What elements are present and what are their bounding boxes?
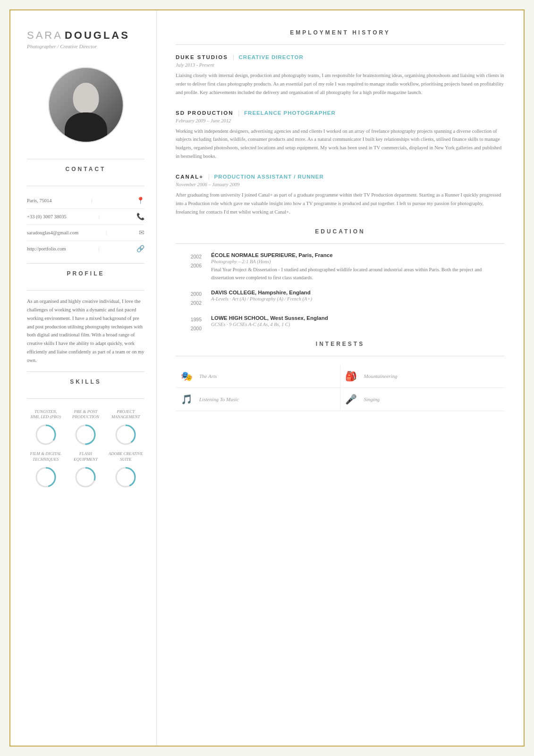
education-item: 19952000 LOWE HIGH SCHOOL, West Sussex, … xyxy=(176,315,505,333)
skill-chart xyxy=(74,423,97,447)
first-name: SARA xyxy=(27,29,63,41)
skill-chart xyxy=(114,465,137,489)
interest-name: Listening To Music xyxy=(199,396,239,402)
separator: | xyxy=(99,214,100,219)
interest-item: 🎤 Singing xyxy=(340,388,505,411)
skill-item: TUNGSTEN,HMI, LED (PRO) xyxy=(27,409,65,447)
edu-content: LOWE HIGH SCHOOL, West Sussex, England G… xyxy=(211,315,505,333)
job-dates: July 2013 - Present xyxy=(176,62,505,68)
edu-years: 19952000 xyxy=(176,315,202,333)
interest-item: 🎭 The Arts xyxy=(176,365,340,388)
job-dates: February 2009 – June 2012 xyxy=(176,118,505,123)
contact-email: saradouglas4@gmail.com | ✉ xyxy=(27,225,144,241)
skill-name: ADOBE CREATIVESUITE xyxy=(109,451,143,462)
link-icon: 🔗 xyxy=(136,245,144,253)
divider xyxy=(27,263,144,264)
job-company: SD PRODUCTION xyxy=(176,110,233,116)
skill-item: FILM & DIGITALTECHNIQUES xyxy=(27,451,65,489)
contact-website: http://portfolio.com | 🔗 xyxy=(27,241,144,257)
education-item: 20022006 ÉCOLE NORMALE SUPERIEURE, Paris… xyxy=(176,252,505,282)
profile-text: As an organised and highly creative indi… xyxy=(27,297,144,365)
mountaineering-icon: 🎒 xyxy=(344,370,358,382)
job-dates: November 2006 – January 2009 xyxy=(176,182,505,187)
profile-section-title: PROFILE xyxy=(67,270,104,277)
last-name: DOUGLAS xyxy=(65,29,130,41)
skills-section-title: SKILLS xyxy=(70,378,102,385)
job-title: PRODUCTION ASSISTANT / RUNNER xyxy=(214,174,324,180)
photo-placeholder xyxy=(49,68,123,142)
resume-page: SARA DOUGLAS Photographer / Creative Dir… xyxy=(9,9,525,747)
interests-section-title: INTERESTS xyxy=(176,341,505,347)
skills-grid: TUNGSTEN,HMI, LED (PRO) PRE & POSTPRODUC… xyxy=(27,409,144,489)
edu-degree: GCSEs · 9 GCSEs A-C (4 As, 4 Bs, 1 C) xyxy=(211,322,505,327)
contact-section-title: CONTACT xyxy=(66,166,106,172)
divider xyxy=(27,371,144,372)
separator: | xyxy=(208,173,210,180)
education-item: 20002002 DAVIS COLLEGE, Hampshire, Engla… xyxy=(176,290,505,308)
skill-item: PRE & POSTPRODUCTION xyxy=(67,409,105,447)
edu-content: DAVIS COLLEGE, Hampshire, England A-Leve… xyxy=(211,290,505,308)
skill-name: FILM & DIGITALTECHNIQUES xyxy=(30,451,61,462)
interest-name: Singing xyxy=(364,396,380,402)
divider xyxy=(27,398,144,399)
edu-school: DAVIS COLLEGE, Hampshire, England xyxy=(211,290,505,295)
education-section-title: EDUCATION xyxy=(176,228,505,235)
divider xyxy=(176,356,505,356)
contact-phone: +33 (0) 3007 38035 | 📞 xyxy=(27,209,144,225)
job-title: FREELANCE PHOTOGRAPHER xyxy=(244,110,336,116)
job-header: SD PRODUCTION | FREELANCE PHOTOGRAPHER xyxy=(176,109,505,117)
interest-item: 🎒 Mountaineering xyxy=(340,365,505,388)
edu-school: ÉCOLE NORMALE SUPERIEURE, Paris, France xyxy=(211,252,505,258)
skill-chart xyxy=(34,465,58,489)
music-icon: 🎵 xyxy=(179,394,194,405)
skill-item: FLASHEQUIPMENT xyxy=(67,451,105,489)
edu-years: 20022006 xyxy=(176,252,202,282)
job-block: CANAL+ | PRODUCTION ASSISTANT / RUNNER N… xyxy=(176,173,505,216)
separator: | xyxy=(98,246,99,251)
right-column: EMPLOYMENT HISTORY DUKE STUDIOS | CREATI… xyxy=(157,10,524,746)
skill-chart xyxy=(34,423,58,447)
skill-name: PRE & POSTPRODUCTION xyxy=(72,409,99,420)
job-description: After graduating from university I joine… xyxy=(176,191,505,216)
job-description: Working with independent designers, adve… xyxy=(176,127,505,161)
contact-address: Paris, 75014 | 📍 xyxy=(27,193,144,209)
edu-years: 20002002 xyxy=(176,290,202,308)
contact-email-text: saradouglas4@gmail.com xyxy=(27,230,78,235)
skill-name: PROJECTMANAGEMENT xyxy=(111,409,140,420)
name-block: SARA DOUGLAS Photographer / Creative Dir… xyxy=(27,29,144,49)
separator: | xyxy=(106,230,107,235)
edu-degree: Photography – 2:1 BA (Hons) xyxy=(211,259,505,264)
divider xyxy=(176,44,505,45)
email-icon: ✉ xyxy=(139,229,144,237)
job-company: DUKE STUDIOS xyxy=(176,54,228,60)
profile-photo xyxy=(48,67,124,143)
contact-list: Paris, 75014 | 📍 +33 (0) 3007 38035 | 📞 … xyxy=(27,193,144,257)
phone-icon: 📞 xyxy=(136,213,144,221)
separator: | xyxy=(91,198,92,203)
skill-name: FLASHEQUIPMENT xyxy=(74,451,98,462)
skill-name: TUNGSTEN,HMI, LED (PRO) xyxy=(31,409,61,420)
interest-item: 🎵 Listening To Music xyxy=(176,388,340,411)
job-title: Photographer / Creative Director xyxy=(27,43,144,49)
name-line: SARA DOUGLAS xyxy=(27,29,144,42)
interests-grid: 🎭 The Arts 🎒 Mountaineering 🎵 Listening … xyxy=(176,365,505,411)
contact-website-text: http://portfolio.com xyxy=(27,246,66,251)
job-title: CREATIVE DIRECTOR xyxy=(239,54,304,60)
job-header: CANAL+ | PRODUCTION ASSISTANT / RUNNER xyxy=(176,173,505,180)
skill-chart xyxy=(74,465,97,489)
employment-section-title: EMPLOYMENT HISTORY xyxy=(176,29,505,36)
arts-icon: 🎭 xyxy=(179,370,194,382)
job-header: DUKE STUDIOS | CREATIVE DIRECTOR xyxy=(176,53,505,61)
skill-item: ADOBE CREATIVESUITE xyxy=(107,451,144,489)
left-column: SARA DOUGLAS Photographer / Creative Dir… xyxy=(10,10,157,746)
contact-address-text: Paris, 75014 xyxy=(27,198,52,203)
location-icon: 📍 xyxy=(136,197,144,205)
divider xyxy=(27,159,144,159)
singing-icon: 🎤 xyxy=(344,394,358,405)
interest-name: Mountaineering xyxy=(364,373,398,379)
skill-chart xyxy=(114,423,137,447)
divider xyxy=(176,243,505,244)
edu-school: LOWE HIGH SCHOOL, West Sussex, England xyxy=(211,315,505,321)
divider xyxy=(27,290,144,291)
job-description: Liaising closely with internal design, p… xyxy=(176,71,505,97)
